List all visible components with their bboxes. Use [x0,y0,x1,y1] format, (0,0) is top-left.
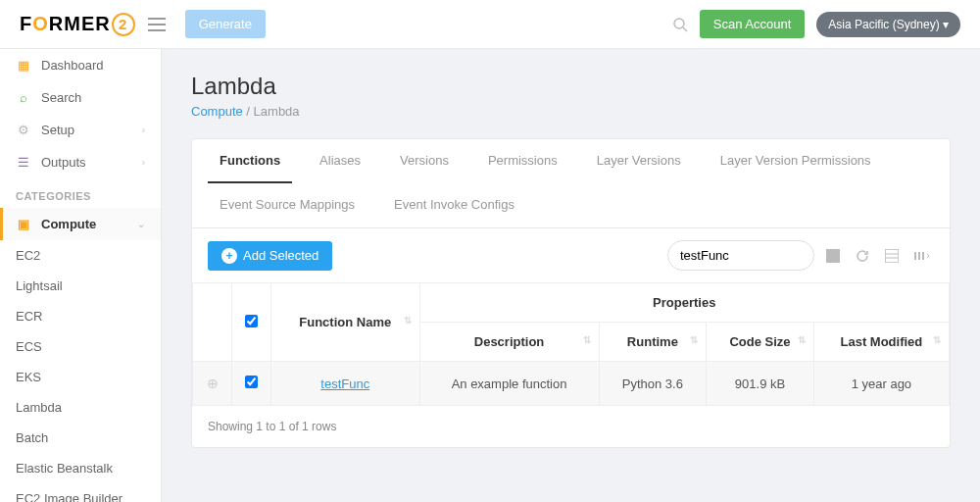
page-title: Lambda [191,73,951,100]
filter-input[interactable] [667,240,814,271]
logo-text-a: F [20,13,32,35]
row-checkbox[interactable] [245,376,258,388]
col-checkbox [232,283,271,362]
col-group-properties: Properties [419,283,949,323]
col-last-modified[interactable]: Last Modified [813,323,949,362]
sidebar-item-outputs[interactable]: ☰Outputs› [0,146,161,178]
tab-event-invoke-configs[interactable]: Event Invoke Configs [382,183,526,227]
sidebar-sub-elastic-beanstalk[interactable]: Elastic Beanstalk [0,453,161,483]
header-actions: Scan Account Asia Pacific (Sydney) ▾ [672,10,960,38]
svg-rect-1 [826,249,840,263]
add-selected-button[interactable]: +Add Selected [208,241,332,271]
sidebar-sub-lightsail[interactable]: Lightsail [0,271,161,301]
logo-text-d: 2 [112,13,135,36]
svg-rect-4 [918,252,920,260]
search-icon: ⌕ [16,90,31,105]
svg-rect-3 [914,252,916,260]
logo-text-c: RMER [49,13,111,35]
tab-layer-versions[interactable]: Layer Versions [585,139,693,183]
chevron-right-icon: › [142,157,145,168]
sidebar-item-search[interactable]: ⌕Search [0,81,161,114]
sidebar-item-label: Dashboard [41,58,104,73]
col-runtime[interactable]: Runtime [599,323,707,362]
sidebar-sub-lambda[interactable]: Lambda [0,392,161,423]
tab-versions[interactable]: Versions [388,139,461,183]
sidebar-sub-eks[interactable]: EKS [0,362,161,392]
functions-table: Function Name Properties Description Run… [192,282,950,406]
tab-aliases[interactable]: Aliases [308,139,372,183]
sidebar-item-label: Compute [41,217,96,231]
breadcrumb: Compute / Lambda [191,104,951,119]
col-code-size[interactable]: Code Size [707,323,814,362]
sidebar-sub-ec2[interactable]: EC2 [0,240,161,271]
list-icon[interactable] [881,245,903,267]
cell-last-modified: 1 year ago [813,362,949,406]
scan-account-button[interactable]: Scan Account [700,10,806,38]
svg-point-0 [674,19,684,28]
tab-permissions[interactable]: Permissions [476,139,569,183]
chevron-right-icon: › [142,125,145,135]
add-selected-label: Add Selected [243,248,318,263]
sidebar: ▦Dashboard⌕Search⚙Setup›☰Outputs› CATEGO… [0,49,162,502]
table-footer-info: Showing 1 to 1 of 1 rows [192,406,950,447]
table-toolbar: +Add Selected [192,228,950,282]
content-panel: FunctionsAliasesVersionsPermissionsLayer… [191,138,951,448]
tab-event-source-mappings[interactable]: Event Source Mappings [208,183,367,227]
col-expand [193,283,232,362]
categories-heading: CATEGORIES [0,178,161,208]
col-function-name[interactable]: Function Name [271,283,420,362]
sidebar-item-label: Outputs [41,155,86,170]
cell-runtime: Python 3.6 [599,362,707,406]
compute-icon: ▣ [16,217,31,231]
toggle-view-icon[interactable] [822,245,844,267]
sidebar-item-setup[interactable]: ⚙Setup› [0,114,161,146]
tab-functions[interactable]: Functions [208,139,292,183]
breadcrumb-sep: / [243,104,254,119]
plus-icon: + [221,248,237,264]
svg-rect-5 [922,252,924,260]
outputs-icon: ☰ [16,155,31,170]
sidebar-sub-ecr[interactable]: ECR [0,301,161,331]
search-icon[interactable] [672,17,688,32]
breadcrumb-current: Lambda [254,104,300,119]
top-header: FORMER2 Generate Scan Account Asia Pacif… [0,0,980,49]
region-selector-button[interactable]: Asia Pacific (Sydney) ▾ [816,12,960,37]
function-name-link[interactable]: testFunc [320,376,369,391]
logo-text-b: O [32,13,49,35]
setup-icon: ⚙ [16,123,31,137]
breadcrumb-parent-link[interactable]: Compute [191,104,243,119]
sidebar-sub-batch[interactable]: Batch [0,423,161,453]
sidebar-category-compute[interactable]: ▣Compute⌄ [0,208,161,240]
tab-layer-version-permissions[interactable]: Layer Version Permissions [709,139,883,183]
sidebar-item-label: Setup [41,123,74,137]
dashboard-icon: ▦ [16,58,31,73]
select-all-checkbox[interactable] [245,315,258,327]
tabs-bar: FunctionsAliasesVersionsPermissionsLayer… [192,139,950,228]
sidebar-sub-ecs[interactable]: ECS [0,331,161,362]
col-description[interactable]: Description [419,323,599,362]
main-content: Lambda Compute / Lambda FunctionsAliases… [162,49,980,502]
expand-row-icon[interactable]: ⊕ [207,376,219,391]
generate-button[interactable]: Generate [185,10,266,38]
chevron-icon: ⌄ [137,219,145,229]
cell-code-size: 901.9 kB [707,362,814,406]
columns-icon[interactable] [910,245,934,267]
cell-description: An example function [419,362,599,406]
sidebar-item-dashboard[interactable]: ▦Dashboard [0,49,161,81]
sidebar-sub-ec2-image-builder[interactable]: EC2 Image Builder [0,483,161,502]
logo[interactable]: FORMER2 [20,13,136,36]
table-row: ⊕testFuncAn example functionPython 3.690… [193,362,950,406]
svg-rect-2 [885,249,899,263]
menu-toggle-icon[interactable] [148,18,166,31]
sidebar-item-label: Search [41,90,81,105]
refresh-icon[interactable] [852,245,873,267]
